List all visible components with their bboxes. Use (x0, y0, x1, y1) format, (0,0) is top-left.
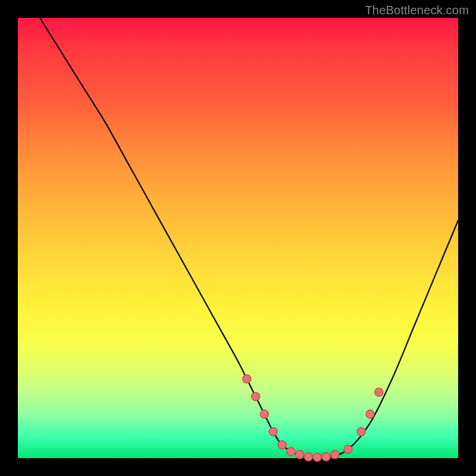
chart-stage: TheBottleneck.com (0, 0, 476, 476)
marker-dot (296, 450, 304, 459)
marker-dot (366, 410, 374, 418)
marker-dot (357, 428, 365, 436)
bottleneck-curve (40, 18, 458, 459)
marker-dot (375, 388, 383, 396)
marker-dot (304, 453, 312, 461)
plot-area (18, 18, 458, 458)
marker-dot (287, 447, 295, 456)
marker-dot (322, 453, 330, 461)
marker-dots (243, 375, 383, 462)
watermark-text: TheBottleneck.com (365, 4, 469, 17)
curve-path (40, 18, 458, 459)
marker-dot (344, 445, 352, 453)
marker-dot (243, 375, 251, 383)
marker-dot (252, 392, 260, 400)
marker-dot (260, 410, 268, 418)
marker-dot (313, 453, 321, 462)
chart-svg (18, 18, 458, 458)
marker-dot (269, 428, 277, 436)
marker-dot (278, 441, 286, 449)
marker-dot (331, 450, 339, 459)
